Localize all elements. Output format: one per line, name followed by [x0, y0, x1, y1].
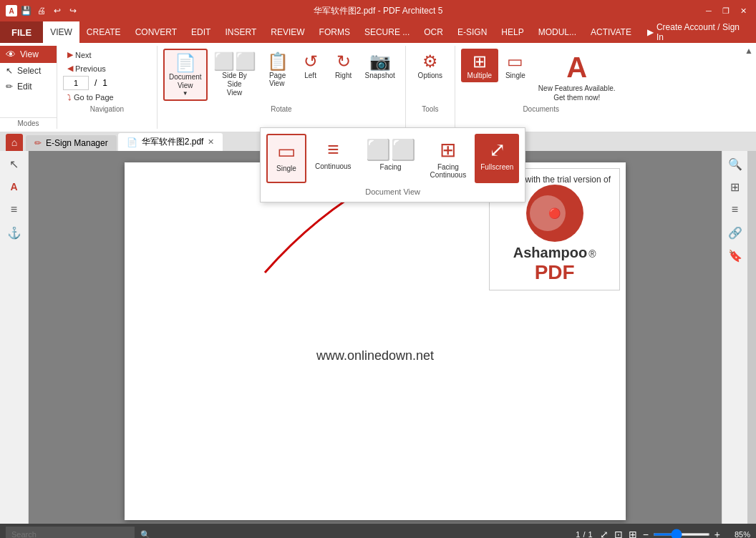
- document-view-button[interactable]: 📄 DocumentView ▼: [163, 49, 208, 101]
- edit-mode-button[interactable]: ✏ Edit: [0, 79, 57, 94]
- sidebar-layers-icon[interactable]: ≡: [4, 200, 24, 220]
- menu-edit[interactable]: EDIT: [184, 21, 218, 43]
- options-label: Options: [418, 72, 442, 79]
- home-icon: ⌂: [11, 137, 17, 148]
- page-view-label: PageView: [269, 72, 286, 87]
- esign-tab-icon: ✏: [34, 138, 42, 148]
- menu-convert[interactable]: CONVERT: [128, 21, 184, 43]
- file-menu[interactable]: FILE: [0, 21, 43, 43]
- nav-next-row: ▶ Next: [63, 49, 151, 61]
- undo-button[interactable]: ↩: [50, 4, 64, 18]
- menu-review[interactable]: REVIEW: [263, 21, 311, 43]
- nav-goto-row: / 1: [63, 76, 151, 90]
- view-mode-button[interactable]: 👁 View: [0, 46, 57, 63]
- dropdown-items: ▭ Single ≡ Continuous ⬜⬜ Facing ⊞ Facing…: [266, 134, 519, 183]
- select-mode-button[interactable]: ↖ Select: [0, 63, 57, 79]
- ribbon: 👁 View ↖ Select ✏ Edit Modes ▶ Next ◀ Pr…: [0, 43, 756, 132]
- right-thumbnail-icon[interactable]: ⊞: [725, 177, 745, 197]
- documents-group-label: Documents: [461, 105, 621, 113]
- left-button[interactable]: ↺ Left: [295, 49, 326, 101]
- zoom-out-button[interactable]: −: [641, 527, 650, 538]
- menu-activate[interactable]: ACTIVATE: [583, 21, 639, 43]
- print-button[interactable]: 🖨: [34, 4, 49, 18]
- menu-esign[interactable]: E-SIGN: [450, 21, 494, 43]
- previous-button[interactable]: ◀ Previous: [63, 62, 110, 74]
- search-icon[interactable]: 🔍: [140, 530, 150, 539]
- sidebar-cursor-icon[interactable]: ↖: [4, 154, 24, 174]
- zoom-in-button[interactable]: +: [713, 527, 722, 538]
- menu-help[interactable]: HELP: [494, 21, 530, 43]
- actual-size-button[interactable]: ⊞: [627, 527, 639, 538]
- vertical-scrollbar[interactable]: [747, 151, 756, 524]
- goto-icon: ⤵: [67, 93, 72, 102]
- esign-tab-label: E-Sign Manager: [46, 138, 108, 148]
- goto-page-button[interactable]: ⤵ Go to Page: [63, 92, 118, 103]
- create-account-link[interactable]: ▶ Create Account / Sign In: [639, 22, 756, 42]
- rotate-group-label: Rotate: [163, 105, 399, 113]
- esign-tab[interactable]: ✏ E-Sign Manager: [26, 135, 117, 151]
- status-controls: ⤢ ⊡ ⊞ − + 85%: [598, 527, 750, 538]
- new-features-button[interactable]: A New Features Available.Get them now!: [533, 49, 621, 105]
- multiple-button[interactable]: ⊞ Multiple: [461, 49, 498, 82]
- pdf-tab-close[interactable]: ✕: [208, 137, 214, 147]
- tools-buttons: ⚙ Options: [412, 49, 449, 82]
- page-number-input[interactable]: [63, 76, 89, 90]
- pdf-page: Edited with the trial version of 🔴 Asham…: [125, 162, 626, 520]
- page-view-button[interactable]: 📋 PageView: [262, 49, 294, 101]
- new-features-icon: A: [566, 52, 587, 84]
- right-zoom-icon[interactable]: 🔍: [725, 154, 745, 174]
- single-button[interactable]: ▭ Single: [500, 49, 531, 82]
- prev-icon: ◀: [67, 64, 73, 73]
- pdf-tab[interactable]: 📄 华军软件图2.pdf ✕: [118, 133, 223, 151]
- right-stamp-icon[interactable]: 🔖: [725, 245, 745, 265]
- close-button[interactable]: ✕: [736, 4, 750, 18]
- fit-page-button[interactable]: ⤢: [598, 527, 610, 538]
- ashampoo-circle: 🔴: [526, 185, 583, 242]
- page-sep-status: /: [583, 530, 585, 538]
- modes-group-label: Modes: [0, 117, 57, 129]
- document-view-label: DocumentView: [169, 73, 202, 90]
- dropdown-continuous[interactable]: ≡ Continuous: [309, 134, 357, 183]
- right-sidebar: 🔍 ⊞ ≡ 🔗 🔖: [722, 151, 747, 524]
- side-by-side-button[interactable]: ⬜⬜ Side BySideView: [209, 49, 261, 101]
- window-title: 华军软件图2.pdf - PDF Architect 5: [0, 5, 756, 17]
- zoom-slider[interactable]: [653, 533, 710, 536]
- tools-group-label: Tools: [412, 105, 449, 113]
- dropdown-facing-continuous[interactable]: ⊞ FacingContinuous: [425, 134, 472, 183]
- dropdown-arrow: ▼: [183, 90, 188, 97]
- home-tab[interactable]: ⌂: [6, 134, 23, 151]
- right-link-icon[interactable]: 🔗: [725, 222, 745, 243]
- menu-secure[interactable]: SECURE ...: [357, 21, 417, 43]
- right-button[interactable]: ↻ Right: [328, 49, 359, 101]
- prev-label: Previous: [75, 64, 106, 73]
- dropdown-facing[interactable]: ⬜⬜ Facing: [360, 134, 422, 183]
- snapshot-button[interactable]: 📷 Snapshot: [361, 49, 399, 101]
- redo-button[interactable]: ↪: [66, 4, 80, 18]
- menu-insert[interactable]: INSERT: [218, 21, 263, 43]
- snapshot-label: Snapshot: [365, 72, 395, 79]
- sidebar-anchor-icon[interactable]: ⚓: [4, 222, 24, 243]
- search-input[interactable]: [6, 527, 135, 538]
- next-button[interactable]: ▶ Next: [63, 49, 96, 61]
- sidebar-text-icon[interactable]: A: [4, 177, 24, 197]
- single-label: Single: [505, 72, 525, 79]
- minimize-button[interactable]: ─: [702, 4, 716, 18]
- dropdown-single[interactable]: ▭ Single: [266, 134, 306, 183]
- options-button[interactable]: ⚙ Options: [412, 49, 449, 82]
- page-view-icon: 📋: [267, 52, 289, 72]
- zoom-level: 85%: [724, 530, 750, 538]
- fit-width-button[interactable]: ⊡: [613, 527, 624, 538]
- restore-button[interactable]: ❐: [719, 4, 733, 18]
- save-button[interactable]: 💾: [19, 4, 33, 18]
- menu-modules[interactable]: MODUL...: [531, 21, 583, 43]
- menu-forms[interactable]: FORMS: [312, 21, 357, 43]
- right-layers-icon[interactable]: ≡: [725, 200, 745, 220]
- page-current-status: 1: [576, 530, 580, 538]
- menu-create[interactable]: CREATE: [79, 21, 128, 43]
- ribbon-collapse-button[interactable]: ▲: [745, 46, 753, 56]
- menu-view[interactable]: VIEW: [43, 21, 79, 43]
- dropdown-fullscreen[interactable]: ⤢ Fullscreen: [475, 134, 519, 183]
- select-icon: ↖: [6, 66, 13, 76]
- document-view-icon: 📄: [175, 53, 196, 73]
- menu-ocr[interactable]: OCR: [417, 21, 450, 43]
